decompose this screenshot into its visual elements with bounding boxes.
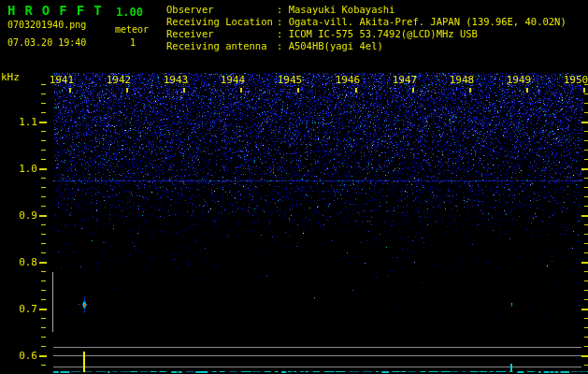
time-tick-label: 1941: [43, 74, 80, 86]
station-info-row: Observer: Masayuki Kobayashi: [166, 4, 566, 16]
freq-tick-label: 0.7: [2, 303, 37, 315]
time-tick-label: 1947: [386, 74, 423, 86]
capture-datetime: 07.03.20 19:40: [7, 37, 86, 48]
station-info-label: Receiving antenna: [166, 40, 277, 52]
freq-axis-unit-label: kHz: [1, 71, 20, 83]
meteor-counter-label: meteor: [115, 24, 149, 35]
time-tick-label: 1944: [214, 74, 251, 86]
time-tick-label: 1949: [500, 74, 538, 86]
meteor-count-value: 1: [130, 37, 136, 48]
station-info-value: : ICOM IC-575 53.7492(@LCD)MHz USB: [277, 28, 478, 40]
station-info-block: Observer: Masayuki KobayashiReceiving Lo…: [166, 4, 566, 52]
app-version: 1.00: [116, 6, 143, 19]
hrofft-output-image: HROFFT 1.00 0703201940.png meteor 1 07.0…: [0, 0, 588, 374]
time-tick-label: 1950: [557, 74, 588, 86]
time-tick-label: 1945: [271, 74, 308, 86]
time-tick-label: 1948: [443, 74, 480, 86]
station-info-value: : Ogata-vill. Akita-Pref. JAPAN (139.96E…: [277, 16, 566, 28]
station-info-label: Receiving Location: [166, 16, 277, 28]
freq-tick-label: 1.1: [2, 116, 37, 128]
station-info-row: Receiving Location: Ogata-vill. Akita-Pr…: [166, 16, 566, 28]
time-tick-label: 1946: [329, 74, 366, 86]
freq-tick-label: 1.0: [2, 163, 37, 175]
time-tick-label: 1942: [100, 74, 137, 86]
station-info-value: : A504HB(yagi 4el): [277, 40, 383, 52]
freq-tick-label: 0.6: [2, 350, 37, 362]
station-info-row: Receiving antenna: A504HB(yagi 4el): [166, 40, 566, 52]
station-info-value: : Masayuki Kobayashi: [277, 4, 394, 16]
station-info-label: Receiver: [166, 28, 277, 40]
station-info-label: Observer: [166, 4, 277, 16]
freq-tick-label: 0.8: [2, 256, 37, 268]
spectrogram-canvas: [0, 0, 588, 374]
freq-tick-label: 0.9: [2, 209, 37, 222]
time-tick-label: 1943: [157, 74, 194, 86]
station-info-row: Receiver: ICOM IC-575 53.7492(@LCD)MHz U…: [166, 28, 566, 40]
app-title: HROFFT: [7, 3, 111, 18]
capture-filename: 0703201940.png: [7, 20, 86, 30]
